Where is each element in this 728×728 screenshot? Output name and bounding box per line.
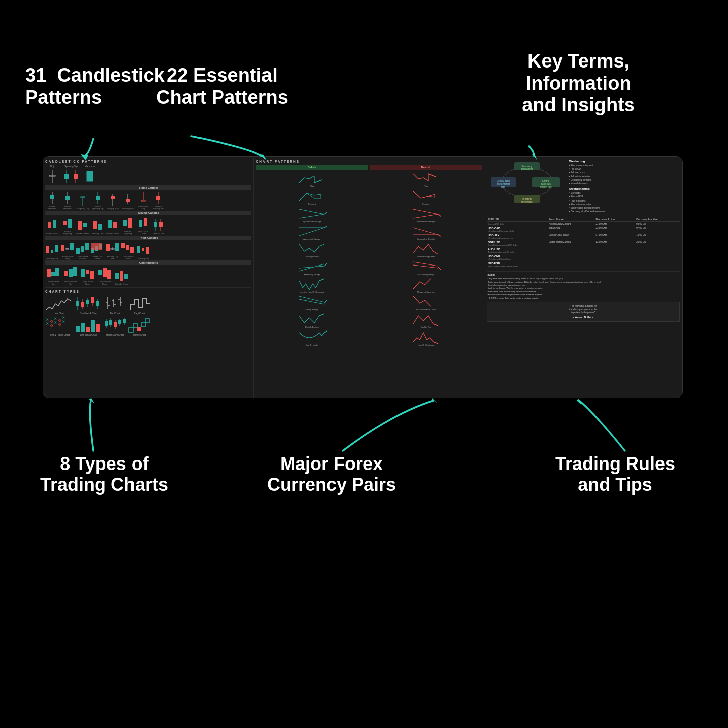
svg-rect-124 [109, 320, 112, 325]
economy-cycle-diagram: Economy contracting Central Bank cuts in… [487, 160, 567, 213]
heikin-ashi-label: Heikin-Ashi Chart [106, 334, 124, 336]
svg-rect-12 [65, 196, 70, 200]
svg-rect-35 [98, 224, 102, 230]
svg-text:O: O [50, 324, 53, 327]
svg-rect-133 [137, 327, 141, 331]
svg-text:X: X [62, 316, 65, 319]
pennant-pattern-bull [297, 188, 327, 203]
forex-row-usdchf: USD/CHF US dollar and Swiss franc [487, 254, 680, 261]
confirmations-row: Three Inside Up Three Outside Up [45, 266, 251, 285]
svg-marker-159 [432, 398, 437, 403]
label-forex-pairs: Major Forex Currency Pairs [267, 453, 396, 495]
svg-text:contracting: contracting [521, 167, 534, 170]
svg-rect-135 [145, 319, 149, 323]
three-outside-up [63, 266, 78, 280]
forex-row-gbpusd: GBP/USD Great British pound and US dolla… [487, 240, 680, 247]
inv-hs-label: Inverted Head & Shoulders [300, 291, 324, 293]
three-black-crows [121, 241, 135, 255]
measured-move-down [411, 294, 441, 308]
svg-rect-38 [123, 220, 127, 226]
triple-candles-row: Morning Star Abandoned Baby [45, 241, 251, 260]
bearish-spinning-top [154, 191, 162, 205]
svg-rect-62 [106, 244, 110, 251]
svg-rect-119 [91, 320, 95, 332]
forex-row-usdcad: USD/CAD US dollar and Canadian dollar Ja… [487, 226, 680, 233]
forex-row-audusd: AUD/USD Australian dollar and US dollar [487, 247, 680, 254]
svg-rect-33 [83, 223, 87, 227]
cup-handle [297, 329, 327, 344]
ascending-wedge [297, 259, 327, 273]
info-panel: Economy contracting Central Bank cuts in… [484, 157, 682, 398]
quote-text: "The market is a device fortransferring … [490, 305, 677, 315]
two-rising-bottoms [297, 241, 327, 255]
svg-rect-30 [63, 221, 67, 225]
evening-star [136, 243, 150, 257]
svg-text:increases: increases [521, 200, 533, 203]
svg-rect-65 [115, 243, 119, 251]
doji-candle [45, 169, 59, 184]
svg-rect-19 [111, 196, 115, 199]
svg-text:X: X [62, 320, 65, 323]
svg-rect-72 [47, 269, 51, 277]
morning-doji-star [106, 241, 120, 255]
sym-triangle-bull [297, 206, 327, 220]
descending-wedge-label: Descending Wedge [417, 273, 435, 276]
kagi-chart-label: Kagi Chart [134, 312, 145, 315]
svg-rect-55 [76, 248, 80, 254]
label-candlestick-patterns: 31 Candlestick Patterns [25, 64, 165, 108]
svg-rect-50 [55, 245, 58, 252]
bullish-label: Bullish [256, 165, 368, 170]
shooting-star [124, 193, 132, 207]
double-bottom-label: Double Bottom [305, 326, 318, 328]
gravestone-doji [139, 191, 147, 205]
marubozu-label: Marubozu [83, 165, 97, 168]
main-poster: CANDLESTICK PATTERNS Doji Spinning Top M… [43, 156, 683, 398]
morning-star [45, 243, 59, 257]
flag-pattern-bear [411, 171, 441, 185]
svg-rect-3 [64, 174, 69, 179]
svg-text:hikes interest: hikes interest [497, 183, 510, 185]
col-forex-market: Forex Market [548, 217, 595, 222]
svg-rect-32 [78, 221, 82, 230]
chart-types-header: CHART TYPES [45, 290, 251, 293]
bearish-engulfing [122, 216, 134, 230]
double-bottom [297, 312, 327, 326]
svg-rect-39 [128, 218, 132, 228]
svg-rect-54 [70, 243, 74, 250]
label-key-terms: Key Terms,Informationand Insights [522, 50, 635, 116]
tweezer-top [153, 218, 164, 232]
svg-text:X: X [46, 322, 49, 325]
svg-rect-9 [50, 195, 54, 199]
pennant-label-bull: Pennant [308, 203, 316, 205]
candlestick-panel: CANDLESTICK PATTERNS Doji Spinning Top M… [43, 157, 254, 398]
measured-move-up-label: Measured Move Up [417, 291, 435, 293]
chart-patterns-panel: CHART PATTERNS Bullish Flag [254, 157, 484, 398]
inverted-hammer [63, 191, 72, 205]
svg-rect-43 [154, 222, 157, 227]
measured-move-down-label: Measured Move Down [416, 308, 436, 311]
ascending-wedge-label: Ascending Wedge [304, 273, 320, 276]
svg-rect-118 [86, 327, 90, 332]
candlestick-header: CANDLESTICK PATTERNS [45, 160, 251, 163]
svg-rect-116 [76, 326, 80, 332]
bar-chart-mini [104, 295, 126, 312]
point-figure-chart-mini: X X O O X X O O X X [45, 316, 73, 334]
bearish-patterns-col: Bearish Flag [370, 165, 482, 364]
svg-rect-120 [96, 324, 100, 332]
svg-marker-158 [89, 398, 94, 403]
svg-text:Central Bank: Central Bank [497, 180, 510, 182]
svg-rect-61 [91, 243, 102, 250]
svg-rect-79 [86, 270, 89, 274]
svg-rect-88 [76, 301, 79, 306]
bearish-label: Bearish [370, 165, 482, 170]
svg-rect-90 [81, 302, 84, 307]
svg-text:Central: Central [542, 180, 550, 182]
descending-triangle [411, 224, 441, 238]
line-chart-mini [45, 295, 73, 312]
svg-text:O: O [58, 323, 61, 326]
svg-rect-128 [118, 320, 121, 324]
svg-rect-27 [156, 196, 160, 200]
candlestick-chart-mini [75, 295, 102, 312]
forex-row-nzdusd: NZD/USD New Zealand dollar and US dollar [487, 261, 680, 268]
col-becomes-active: Becomes Active [595, 217, 636, 222]
